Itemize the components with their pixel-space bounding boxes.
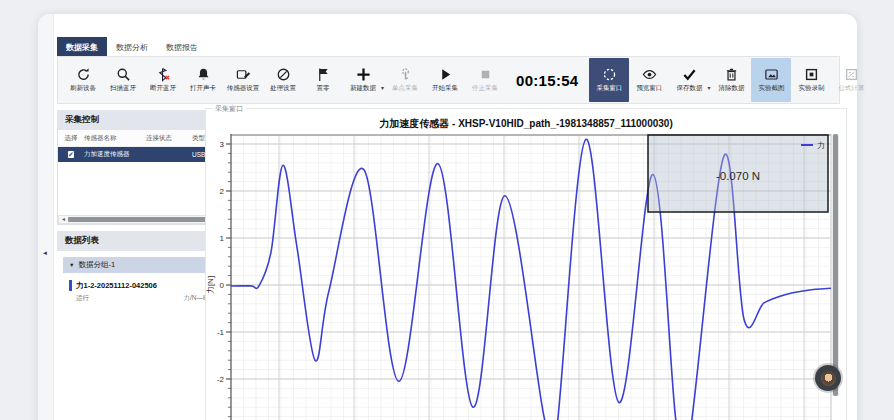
group-caret-icon[interactable]: ▼ [69,262,74,268]
start-acquisition-button[interactable]: 开始采集 [425,65,465,95]
svg-text:-2: -2 [217,375,225,384]
refresh-device-button[interactable]: 刷新设备 [63,65,103,95]
acquisition-window-button[interactable]: 采集窗口 [589,58,629,102]
record-frame-icon [804,67,819,82]
scrollbar-thumb[interactable] [833,134,838,396]
new-data-button[interactable]: 新建数据 [343,65,383,95]
sensor-checkbox[interactable]: ✓ [68,151,74,158]
tab-data-analysis[interactable]: 数据分析 [107,37,157,58]
sensor-settings-button[interactable]: 传感器设置 [223,65,263,95]
main-tabbar: 数据采集 数据分析 数据报告 [57,37,207,58]
new-data-dropdown-caret[interactable]: ▾ [381,84,384,91]
dashed-circle-icon [602,67,617,82]
button-label: 断开蓝牙 [150,84,176,93]
y-axis: 3210-1-2力[N] [206,134,231,420]
acq-control-panel-header: 采集控制 [57,110,225,130]
button-label: 新建数据 [350,84,376,93]
data-item[interactable]: 力1-2-20251112-042506 ⋮ 运行 力/N—时间/s [67,279,223,304]
button-label: 公式计算 [838,84,864,93]
scroll-left-arrow-icon[interactable]: ◄ [59,217,68,222]
avatar-face-icon [821,371,836,386]
formula-calc-button[interactable]: 公式计算 [831,65,871,95]
open-soundcard-button[interactable]: 打开声卡 [183,65,223,95]
check-icon [682,67,697,82]
svg-text:2: 2 [220,187,225,196]
button-label: 采集窗口 [596,84,622,93]
svg-text:1: 1 [220,234,225,243]
sensor-row[interactable]: ✓ 力加速度传感器 USB [58,147,224,162]
single-point-acq-button[interactable]: 单点采集 [385,65,425,95]
button-label: 保存数据 [676,84,702,93]
chart-title: 力加速度传感器 - XHSP-V10HID_path_-1981348857_1… [206,117,846,131]
y-axis-label: 力[N] [206,276,215,294]
chart-panel-caption: 采集窗口 [212,104,246,114]
bluetooth-disconnect-icon [156,67,171,82]
scan-bluetooth-button[interactable]: 扫描蓝牙 [103,65,143,95]
tab-data-acquisition[interactable]: 数据采集 [57,37,107,58]
main-toolbar: 刷新设备 扫描蓝牙 断开蓝牙 打开声卡 传感器设置 处理设置 置零 [57,56,840,104]
process-settings-button[interactable]: 处理设置 [263,65,303,95]
sensor-settings-icon [236,67,251,82]
acquisition-chart-panel: 采集窗口 力加速度传感器 - XHSP-V10HID_path_-1981348… [205,108,847,420]
experiment-screenshot-button[interactable]: 实验截图 [751,58,791,102]
sidebar-collapse-strip[interactable]: ◄ [38,14,54,420]
svg-text:-1: -1 [217,328,225,337]
collapse-arrow-icon[interactable]: ◄ [42,250,48,256]
col-select: 选择 [58,134,84,143]
tab-data-report[interactable]: 数据报告 [157,37,207,58]
eye-icon [642,67,657,82]
refresh-icon [76,67,91,82]
tare-zero-button[interactable]: 置零 [303,65,343,95]
acquisition-timer: 00:15:54 [516,72,578,89]
item-status: 运行 [76,294,89,303]
clear-data-button[interactable]: 清除数据 [711,65,751,95]
vertical-scrollbar[interactable] [832,134,839,396]
single-point-icon [398,67,413,82]
button-label: 处理设置 [270,84,296,93]
svg-text:0: 0 [220,281,225,290]
process-settings-icon [276,67,291,82]
app-window: ◄ 数据采集 数据分析 数据报告 刷新设备 扫描蓝牙 断开蓝牙 打开声卡 传感器… [38,14,857,420]
button-label: 传感器设置 [227,84,260,93]
force-chart: 3210-1-2力[N]-0.070 N力 [206,134,838,420]
left-sidebar: 采集控制 选择 传感器名称 连接状态 类型 ✓ 力加速度传感器 USB ◄ ► … [57,110,225,312]
experiment-record-button[interactable]: 实验录制 [791,65,831,95]
save-data-button[interactable]: 保存数据 [669,65,709,95]
formula-icon [844,67,859,82]
search-icon [116,67,131,82]
sensor-table-header: 选择 传感器名称 连接状态 类型 [58,130,224,147]
screenshot-icon [764,67,779,82]
tare-flag-icon [316,67,331,82]
button-label: 打开声卡 [190,84,216,93]
button-label: 开始采集 [432,84,458,93]
svg-text:3: 3 [220,140,225,149]
svg-text:力: 力 [817,141,825,150]
selection-box[interactable]: -0.070 N [648,135,828,212]
assistant-avatar-button[interactable] [815,365,841,391]
col-connection-status: 连接状态 [146,134,192,143]
button-label: 实验录制 [798,84,824,93]
button-label: 扫描蓝牙 [110,84,136,93]
horizontal-scrollbar[interactable]: ◄ ► [58,215,224,224]
trash-icon [724,67,739,82]
button-label: 置零 [317,84,330,93]
button-label: 停止采集 [472,84,498,93]
data-group-row[interactable]: ▼ 数据分组-1 [63,257,221,273]
annotation-value-label: -0.070 N [716,170,760,182]
stop-icon [478,67,493,82]
button-label: 刷新设备 [70,84,96,93]
item-accent-bar [69,280,72,291]
item-title: 力1-2-20251112-042506 [76,281,210,291]
scrollbar-thumb[interactable] [68,217,214,222]
add-data-icon [356,67,371,82]
sensor-name: 力加速度传感器 [84,150,146,159]
save-data-dropdown-caret[interactable]: ▾ [707,84,710,91]
disconnect-bluetooth-button[interactable]: 断开蓝牙 [143,65,183,95]
preview-window-button[interactable]: 预览窗口 [629,65,669,95]
data-tree: ▼ 数据分组-1 力1-2-20251112-042506 ⋮ 运行 力/N—时… [57,251,225,312]
play-icon [438,67,453,82]
stop-acquisition-button[interactable]: 停止采集 [465,65,505,95]
data-list-panel-header: 数据列表 [57,231,225,251]
sound-card-bell-icon [196,67,211,82]
sensor-table: 选择 传感器名称 连接状态 类型 ✓ 力加速度传感器 USB ◄ ► [57,130,225,225]
